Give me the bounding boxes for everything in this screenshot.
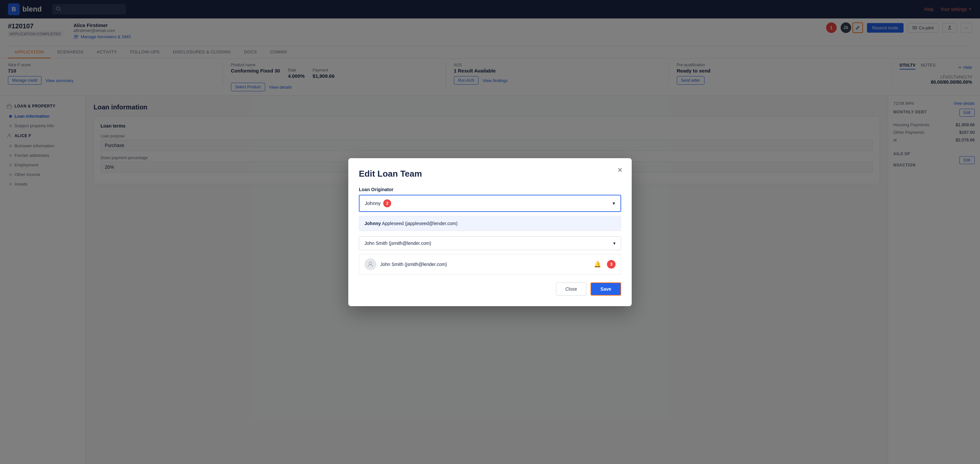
badge-3: 3: [607, 260, 616, 269]
bell-icon: 🔔: [594, 261, 601, 268]
dropdown-value: Johnny: [365, 200, 380, 206]
dropdown-chevron-icon-2: ▾: [613, 241, 616, 246]
originator-dropdown-wrapper: Johnny 2 ▾: [359, 195, 621, 212]
originator-dropdown[interactable]: Johnny 2 ▾: [359, 195, 621, 212]
modal-footer: Close Save: [359, 283, 621, 296]
dropdown-list: Johnny Appleseed (jappleseed@lender.com): [359, 216, 621, 231]
modal-close-button[interactable]: ✕: [614, 165, 625, 175]
team-member-row: John Smith (jsmith@lender.com) 🔔 3: [359, 254, 621, 275]
close-modal-button[interactable]: Close: [556, 283, 587, 296]
modal-title: Edit Loan Team: [359, 169, 621, 179]
second-dropdown[interactable]: John Smith (jsmith@lender.com) ▾: [359, 236, 621, 250]
save-modal-button[interactable]: Save: [590, 283, 621, 296]
dropdown-badge-2: 2: [383, 199, 391, 207]
dropdown-chevron-icon: ▾: [612, 200, 615, 206]
team-member-label: John Smith (jsmith@lender.com): [380, 262, 447, 267]
originator-label: Loan Originator: [359, 187, 621, 192]
team-member-avatar: [364, 258, 376, 270]
modal-overlay: ✕ Edit Loan Team Loan Originator Johnny …: [0, 0, 980, 464]
dropdown-option-johnny[interactable]: Johnny Appleseed (jappleseed@lender.com): [359, 216, 621, 231]
second-dropdown-wrapper: John Smith (jsmith@lender.com) ▾: [359, 236, 621, 250]
edit-loan-team-modal: ✕ Edit Loan Team Loan Originator Johnny …: [348, 158, 632, 306]
svg-point-7: [369, 262, 372, 265]
second-dropdown-value: John Smith (jsmith@lender.com): [364, 241, 431, 246]
